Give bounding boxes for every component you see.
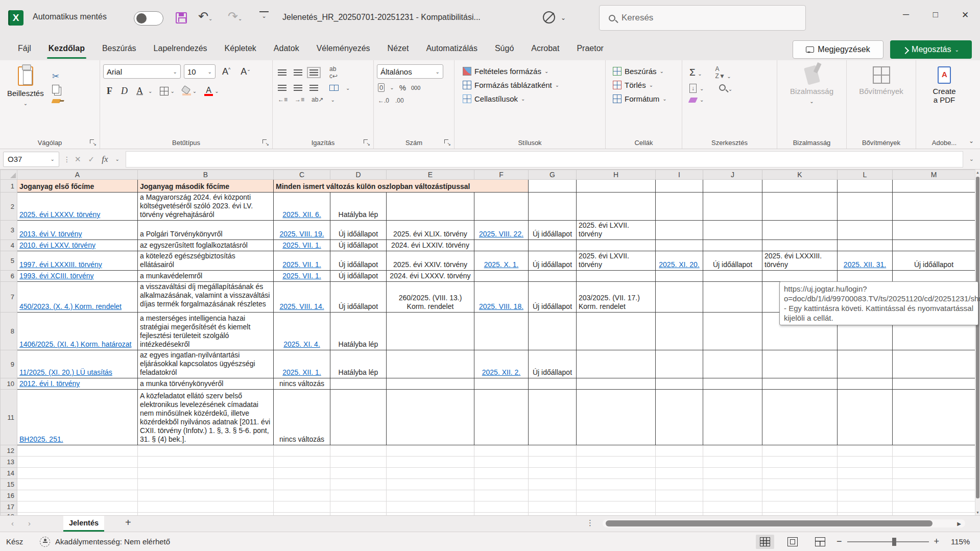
cell-D5[interactable]: Új időállapot [330, 251, 387, 271]
cell-C13[interactable] [274, 457, 330, 468]
row-header-2[interactable]: 2 [1, 193, 17, 221]
cell-F14[interactable] [474, 468, 529, 479]
cell-H15[interactable] [577, 479, 656, 490]
cell-G15[interactable] [529, 479, 577, 490]
cell-G1[interactable] [529, 180, 577, 193]
cell-styles-button[interactable]: Cellastílusok ⌄ [461, 92, 602, 106]
cell-C15[interactable] [274, 479, 330, 490]
cell-hyperlink[interactable]: 2025. XII. 2. [482, 368, 521, 376]
column-header-G[interactable]: G [529, 170, 577, 180]
cell-F15[interactable] [474, 479, 529, 490]
add-sheet-button[interactable]: + [125, 517, 131, 529]
cell-L13[interactable] [838, 457, 893, 468]
cell-A15[interactable] [17, 479, 138, 490]
cell-C16[interactable] [274, 490, 330, 501]
cell-E11[interactable] [387, 390, 474, 445]
column-header-F[interactable]: F [474, 170, 529, 180]
cell-J11[interactable] [703, 390, 762, 445]
cell-K11[interactable] [762, 390, 838, 445]
comma-style-icon[interactable]: 000 [411, 85, 420, 91]
clipboard-dialog-launcher-icon[interactable] [90, 139, 96, 146]
cell-M14[interactable] [893, 468, 975, 479]
cell-H3[interactable]: 2025. évi LXVII. törvény [577, 221, 656, 240]
cell-G10[interactable] [529, 378, 577, 390]
cell-G9[interactable]: Új időállapot [529, 350, 577, 378]
cell-F10[interactable] [474, 378, 529, 390]
cell-D8[interactable]: Hatályba lép [330, 313, 387, 350]
underline-button[interactable]: A [133, 85, 147, 98]
cell-H13[interactable] [577, 457, 656, 468]
merge-chevron-icon[interactable]: ⌄ [346, 85, 350, 91]
row-header-13[interactable]: 13 [1, 457, 17, 468]
cell-L10[interactable] [838, 378, 893, 390]
scroll-up-icon[interactable]: ▲ [976, 171, 979, 174]
cell-I3[interactable] [656, 221, 703, 240]
cell-B2[interactable]: a Magyarország 2024. évi központi költsé… [138, 193, 274, 221]
cell-hyperlink[interactable]: 1993. évi XCIII. törvény [19, 272, 94, 280]
cell-M5[interactable]: Új időállapot [893, 251, 975, 271]
cell-L3[interactable] [838, 221, 893, 240]
paste-button[interactable]: Beillesztés ⌄ [3, 64, 48, 108]
cell-F9[interactable]: 2025. XII. 2. [474, 350, 529, 378]
page-layout-view-button[interactable] [783, 535, 802, 549]
cell-E4[interactable]: 2024. évi LXXIV. törvény [387, 240, 474, 251]
align-center-icon[interactable] [294, 85, 302, 91]
accounting-format-icon[interactable]: 0 [378, 83, 385, 92]
horizontal-scrollbar[interactable]: ▶ [603, 519, 965, 528]
cell-A3[interactable]: 2013. évi V. törvény [17, 221, 138, 240]
cell-G7[interactable]: Új időállapot [529, 282, 577, 313]
cut-icon[interactable]: ✂ [52, 72, 60, 81]
cell-I12[interactable] [656, 445, 703, 457]
cell-G16[interactable] [529, 490, 577, 501]
cell-F6[interactable] [474, 271, 529, 282]
cell-B4[interactable]: az egyszerűsített foglalkoztatásról [138, 240, 274, 251]
orientation-chevron-icon[interactable]: ⌄ [330, 97, 334, 103]
zoom-slider-handle[interactable] [892, 538, 896, 546]
cell-H6[interactable] [577, 271, 656, 282]
cell-I1[interactable] [656, 180, 703, 193]
cell-B5[interactable]: a kötelező egészségbiztosítás ellátásair… [138, 251, 274, 271]
cell-D4[interactable]: Új időállapot [330, 240, 387, 251]
cell-M11[interactable] [893, 390, 975, 445]
cell-M15[interactable] [893, 479, 975, 490]
cell-hyperlink[interactable]: 2025. VII. 1. [282, 260, 321, 269]
cell-K2[interactable] [762, 193, 838, 221]
cell-I11[interactable] [656, 390, 703, 445]
cell-A4[interactable]: 2010. évi LXXV. törvény [17, 240, 138, 251]
row-header-9[interactable]: 9 [1, 350, 17, 378]
cell-L2[interactable] [838, 193, 893, 221]
cell-hyperlink[interactable]: 2025. XII. 1. [282, 368, 321, 376]
ribbon-tab-praetor[interactable]: Praetor [568, 37, 612, 60]
cell-M4[interactable] [893, 240, 975, 251]
cell-hyperlink[interactable]: 2025. X. 1. [484, 260, 519, 269]
cell-I4[interactable] [656, 240, 703, 251]
cell-C3[interactable]: 2025. VIII. 19. [274, 221, 330, 240]
cell-C17[interactable] [274, 501, 330, 513]
cell-I2[interactable] [656, 193, 703, 221]
cell-J6[interactable] [703, 271, 762, 282]
shield-chevron-icon[interactable]: ⌄ [561, 14, 566, 21]
cell-hyperlink[interactable]: 2025. XI. 4. [283, 340, 320, 348]
ribbon-tab-adatok[interactable]: Adatok [265, 37, 308, 60]
cell-C4[interactable]: 2025. VII. 1. [274, 240, 330, 251]
row-header-17[interactable]: 17 [1, 501, 17, 513]
column-header-E[interactable]: E [387, 170, 474, 180]
cell-K9[interactable] [762, 350, 838, 378]
cell-E13[interactable] [387, 457, 474, 468]
cell-L6[interactable] [838, 271, 893, 282]
cell-I7[interactable] [656, 282, 703, 313]
search-input[interactable]: Keresés [599, 5, 806, 31]
row-header-1[interactable]: 1 [1, 180, 17, 193]
clear-eraser-icon[interactable] [688, 98, 698, 103]
cell-E8[interactable] [387, 313, 474, 350]
cell-G13[interactable] [529, 457, 577, 468]
maximize-button[interactable]: □ [921, 0, 950, 30]
cell-C14[interactable] [274, 468, 330, 479]
italic-button[interactable]: D [117, 85, 131, 98]
ribbon-tab-képletek[interactable]: Képletek [216, 37, 265, 60]
cell-K12[interactable] [762, 445, 838, 457]
cell-J16[interactable] [703, 490, 762, 501]
cell-L17[interactable] [838, 501, 893, 513]
cell-B7[interactable]: a visszaváltási díj megállapításának és … [138, 282, 274, 313]
font-color-chevron-icon[interactable]: ⌄ [214, 88, 219, 94]
